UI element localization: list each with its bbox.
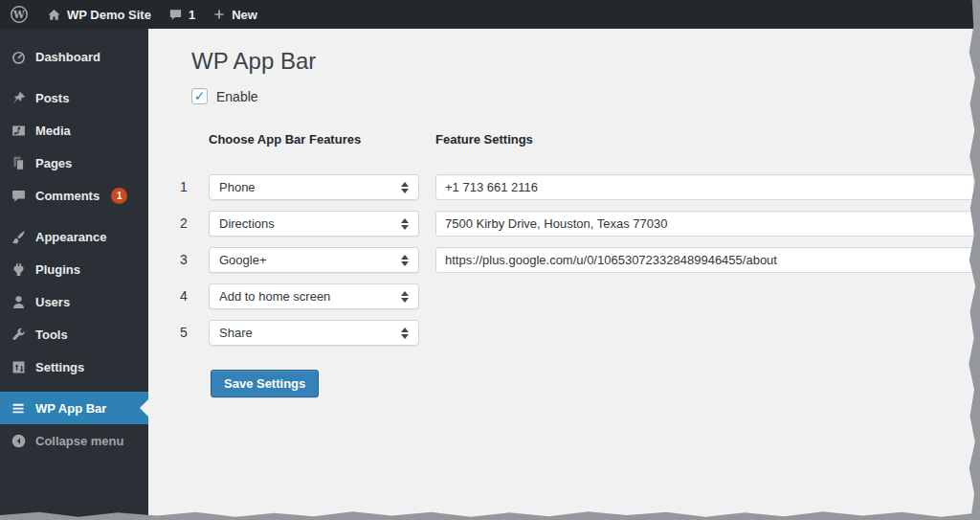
sidebar-item-label: Tools (35, 328, 68, 342)
visit-site-link[interactable]: WP Demo Site (38, 0, 160, 29)
collapse-menu-button[interactable]: Collapse menu (0, 424, 148, 457)
sidebar-item-label: Appearance (35, 230, 106, 244)
comments-shortcut[interactable]: 1 (160, 0, 204, 29)
sidebar-item-label: Posts (35, 91, 69, 105)
wordpress-admin-window: W WP Demo Site 1 (0, 0, 980, 520)
admin-sidebar: Dashboard Posts Media (0, 29, 148, 520)
row-number: 4 (180, 283, 199, 309)
settings-page: WP App Bar Enable Choose App Bar Feature… (148, 29, 980, 520)
enable-label: Enable (216, 89, 258, 104)
feature-select-3[interactable]: Google+ (209, 247, 419, 273)
page-title: WP App Bar (191, 48, 316, 75)
menu-separator (0, 212, 148, 220)
comments-icon (10, 187, 27, 204)
sidebar-item-plugins[interactable]: Plugins (0, 253, 148, 285)
feature-setting-input-2[interactable] (435, 211, 974, 237)
wp-app-bar-icon (10, 399, 27, 417)
home-icon (47, 8, 61, 22)
selected-feature: Share (219, 326, 401, 340)
feature-select-1[interactable]: Phone (209, 174, 419, 200)
select-stepper-icon (401, 255, 411, 266)
feature-select-2[interactable]: Directions (209, 211, 419, 237)
feature-setting-input-1[interactable] (435, 174, 974, 200)
site-name: WP Demo Site (67, 8, 151, 22)
sidebar-item-posts[interactable]: Posts (0, 81, 148, 114)
sidebar-item-label: Collapse menu (35, 434, 123, 448)
sidebar-item-label: Media (35, 124, 71, 138)
comments-count-badge: 1 (111, 188, 127, 204)
sidebar-item-dashboard[interactable]: Dashboard (0, 40, 148, 73)
sidebar-item-comments[interactable]: Comments 1 (0, 179, 148, 212)
sidebar-item-label: Settings (35, 360, 84, 374)
enable-checkbox[interactable] (191, 88, 208, 104)
column-header-features: Choose App Bar Features (209, 132, 361, 147)
users-icon (10, 293, 27, 310)
save-settings-button[interactable]: Save Settings (211, 370, 319, 397)
dashboard-icon (10, 48, 27, 65)
sidebar-item-tools[interactable]: Tools (0, 318, 148, 350)
column-header-settings: Feature Settings (435, 132, 533, 147)
selected-feature: Phone (219, 180, 401, 194)
selected-feature: Directions (219, 216, 401, 231)
appearance-icon (10, 228, 27, 245)
enable-row: Enable (191, 88, 258, 104)
posts-icon (10, 89, 27, 106)
row-number: 3 (180, 247, 199, 273)
feature-select-4[interactable]: Add to home screen (209, 283, 419, 309)
feature-select-5[interactable]: Share (209, 320, 419, 346)
sidebar-item-media[interactable]: Media (0, 114, 148, 147)
row-number: 1 (180, 174, 199, 200)
tools-icon (10, 326, 27, 343)
row-number: 2 (180, 211, 199, 237)
menu-separator (0, 73, 148, 81)
sidebar-item-settings[interactable]: Settings (0, 350, 148, 383)
media-icon (10, 122, 27, 139)
svg-text:W: W (12, 9, 25, 20)
wordpress-menu-button[interactable]: W (0, 0, 38, 29)
admin-bar: W WP Demo Site 1 (0, 0, 980, 29)
select-stepper-icon (401, 291, 411, 303)
sidebar-item-label: Comments (35, 189, 100, 203)
comment-bubble-icon (168, 8, 183, 22)
sidebar-item-appearance[interactable]: Appearance (0, 220, 148, 253)
sidebar-item-users[interactable]: Users (0, 285, 148, 318)
plugins-icon (10, 260, 27, 278)
collapse-arrow-icon (10, 432, 27, 449)
select-stepper-icon (401, 328, 411, 339)
pages-icon (10, 154, 27, 171)
selected-feature: Add to home screen (219, 289, 401, 304)
select-stepper-icon (401, 218, 411, 230)
sidebar-item-label: Users (35, 295, 70, 309)
menu-separator (0, 383, 148, 392)
sidebar-item-label: Plugins (35, 262, 80, 277)
new-content-button[interactable]: New (204, 0, 266, 29)
feature-setting-input-3[interactable] (435, 247, 974, 273)
comment-count: 1 (189, 8, 195, 22)
settings-icon (10, 358, 27, 375)
plus-icon (212, 8, 226, 21)
new-label: New (232, 8, 257, 22)
row-number: 5 (180, 320, 199, 346)
selected-feature: Google+ (219, 253, 401, 267)
sidebar-item-label: WP App Bar (35, 401, 106, 416)
wordpress-logo-icon: W (10, 5, 29, 24)
sidebar-item-wp-app-bar[interactable]: WP App Bar (0, 392, 148, 424)
sidebar-item-pages[interactable]: Pages (0, 147, 148, 179)
sidebar-item-label: Dashboard (35, 50, 100, 64)
sidebar-item-label: Pages (35, 156, 72, 170)
select-stepper-icon (401, 182, 411, 193)
